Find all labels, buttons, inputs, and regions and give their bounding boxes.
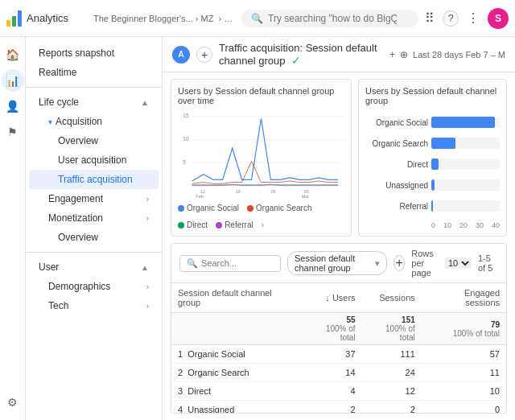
bar-row-unassigned: Unassigned [365, 178, 500, 192]
add-dimension-button[interactable]: + [393, 255, 405, 271]
svg-text:26: 26 [270, 189, 275, 194]
share-icon[interactable]: ⊕ [400, 49, 408, 60]
sidebar-item-user-acquisition[interactable]: User acquisition [29, 150, 159, 170]
chevron-right3-icon: › [146, 282, 149, 291]
col-header-sessions[interactable]: Sessions [362, 283, 422, 313]
person-icon[interactable]: 👤 [2, 95, 24, 117]
home-icon[interactable]: 🏠 [2, 43, 24, 66]
main-content: A + Traffic acquisition: Session default… [163, 37, 515, 420]
avatar[interactable]: S [488, 8, 509, 29]
line-chart-card: Users by Session default channel group o… [171, 79, 352, 237]
svg-text:Mar: Mar [302, 194, 310, 199]
subheader-actions: + ⊕ Last 28 days Feb 7 – M [389, 49, 505, 60]
subheader-avatar: A [172, 46, 190, 64]
analytics-logo [6, 10, 22, 27]
table-row: 2 Organic Search 14 24 11 [171, 364, 506, 382]
charts-row: Users by Session default channel group o… [171, 79, 507, 237]
check-icon: ✓ [291, 54, 301, 67]
sidebar-item-monetization[interactable]: Monetization › [29, 208, 159, 228]
svg-text:10: 10 [183, 136, 188, 142]
sidebar-item-tech[interactable]: Tech › [29, 296, 159, 315]
bar-chart-card: Users by Session default channel group O… [358, 79, 507, 237]
legend-direct: Direct [178, 220, 208, 229]
table-search-box[interactable]: 🔍 [179, 255, 281, 272]
sidebar-item-traffic-acquisition[interactable]: Traffic acquisition [29, 170, 159, 189]
svg-text:5: 5 [183, 159, 186, 165]
table-row: 1 Organic Social 37 111 57 [171, 345, 506, 364]
search-box[interactable]: 🔍 [241, 10, 418, 27]
table-search-input[interactable] [201, 258, 274, 268]
chevron-right-icon: › [146, 195, 149, 204]
table-row: 4 Unassigned 2 2 0 [171, 401, 506, 414]
app-title: Analytics [27, 12, 68, 24]
sidebar: Reports snapshot Realtime Life cycle ▲ ▾… [26, 37, 163, 420]
dimension-chip[interactable]: Session default channel group ▾ [287, 251, 387, 275]
bar-x-axis: 0 10 20 30 40 [365, 221, 500, 229]
sidebar-item-snapshot[interactable]: Reports snapshot [29, 43, 159, 63]
line-chart-area: 15 10 5 12 Feb 19 26 [178, 109, 344, 200]
chevron-up-icon: ▲ [141, 98, 149, 107]
subheader: A + Traffic acquisition: Session default… [163, 37, 515, 72]
logo-area: Analytics [6, 10, 87, 27]
help-icon[interactable]: ? [443, 10, 459, 27]
settings-icon[interactable]: ⚙ [2, 391, 24, 414]
chevron-right4-icon: › [146, 302, 149, 311]
bar-row-organic-social: Organic Social [365, 115, 500, 130]
chart-legend: Organic Social Organic Search Direct [178, 204, 344, 229]
legend-organic-social: Organic Social [178, 204, 239, 212]
date-range[interactable]: Last 28 days Feb 7 – M [413, 50, 505, 60]
total-row: 55 100% of total 151 100% of total 79 10… [171, 313, 506, 345]
data-table: Session default channel group ↓ Users Se… [171, 283, 506, 414]
bar-chart-title: Users by Session default channel group [365, 86, 500, 105]
sidebar-item-overview[interactable]: Overview [29, 131, 159, 150]
grid-icon[interactable]: ⠿ [425, 10, 435, 26]
svg-text:05: 05 [304, 189, 309, 194]
col-header-engaged[interactable]: Engaged sessions [422, 283, 506, 313]
chart-icon[interactable]: 📊 [2, 69, 24, 92]
topbar: Analytics The Beginner Blogger's... › MZ… [0, 0, 515, 37]
topbar-icons: ⠿ ? ⋮ S [425, 8, 509, 29]
bar-row-referral: Referral [365, 199, 500, 213]
sidebar-item-demographics[interactable]: Demographics › [29, 277, 159, 296]
svg-text:Feb: Feb [196, 194, 204, 199]
content-area: Users by Session default channel group o… [163, 72, 515, 420]
legend-more[interactable]: › [262, 220, 264, 229]
add-report-icon[interactable]: + [389, 49, 395, 60]
more-icon[interactable]: ⋮ [467, 10, 480, 26]
dimension-dropdown-icon: ▾ [375, 258, 380, 269]
line-chart-svg: 15 10 5 12 Feb 19 26 [178, 109, 344, 200]
svg-text:19: 19 [236, 189, 241, 194]
svg-text:12: 12 [200, 189, 205, 194]
flag-icon[interactable]: ⚑ [2, 121, 24, 143]
line-chart-title: Users by Session default channel group o… [178, 86, 344, 105]
svg-text:15: 15 [183, 113, 188, 118]
page-title: Traffic acquisition: Session default cha… [219, 42, 383, 67]
sidebar-item-user[interactable]: User ▲ [29, 257, 159, 277]
sidebar-item-lifecycle[interactable]: Life cycle ▲ [29, 93, 159, 112]
icon-rail: 🏠 📊 👤 ⚑ ⚙ [0, 37, 26, 420]
legend-referral: Referral [216, 220, 253, 229]
table-section: 🔍 Session default channel group ▾ + Rows… [171, 243, 507, 414]
col-header-dimension[interactable]: Session default channel group [171, 283, 303, 313]
table-toolbar: 🔍 Session default channel group ▾ + Rows… [171, 244, 506, 283]
breadcrumb: The Beginner Blogger's... › MZ › AzureMi… [93, 14, 235, 23]
rows-per-page: Rows per page 10 25 50 [411, 249, 472, 278]
table-row: 3 Direct 4 12 10 [171, 382, 506, 401]
bar-row-direct: Direct [365, 157, 500, 171]
rows-per-page-select[interactable]: 10 25 50 [445, 257, 472, 269]
sidebar-item-realtime[interactable]: Realtime [29, 63, 159, 82]
expand-icon: ▾ [48, 117, 52, 126]
search-input[interactable] [268, 13, 397, 24]
page-info: 1-5 of 5 [478, 253, 498, 273]
add-comparison-button[interactable]: + [196, 47, 212, 63]
bar-chart-area: Organic Social Organic Search [365, 109, 500, 220]
legend-organic-search: Organic Search [247, 204, 311, 212]
sidebar-item-acquisition[interactable]: ▾ Acquisition [29, 112, 159, 131]
table-search-icon: 🔍 [187, 258, 198, 269]
sidebar-item-engagement[interactable]: Engagement › [29, 189, 159, 208]
col-header-users[interactable]: ↓ Users [303, 283, 362, 313]
sidebar-item-overview2[interactable]: Overview [29, 228, 159, 247]
bar-row-organic-search: Organic Search [365, 136, 500, 150]
chevron-right-icon-2: › [146, 214, 149, 223]
search-icon: 🔍 [251, 13, 263, 24]
